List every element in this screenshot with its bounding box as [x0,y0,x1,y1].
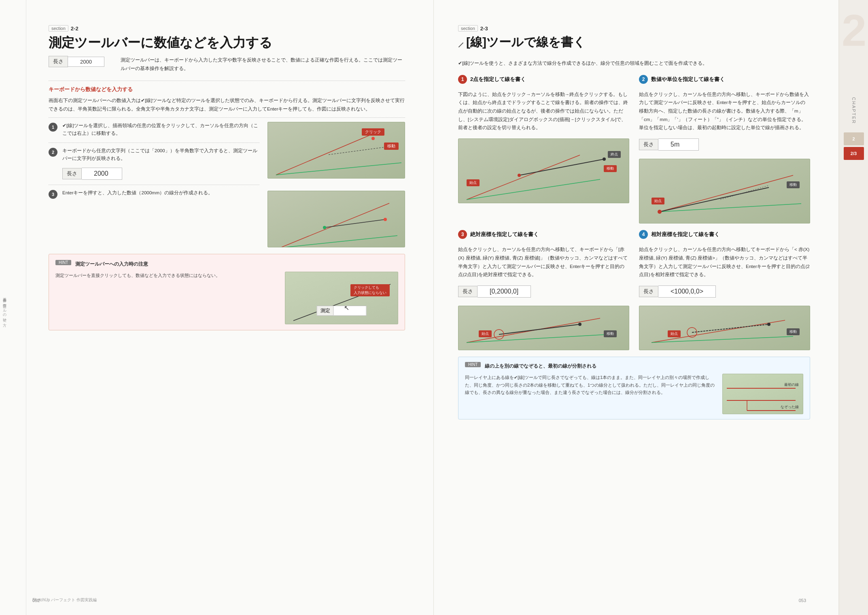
sub-body-1: 下図のように、始点をクリック→カーソルを移動→終点をクリックする。もしくは、始点… [458,90,629,132]
hint-label: HINT [55,260,71,265]
svg-line-16 [660,204,801,212]
hint-body-right: 同一レイヤ上にある線を✔[線]ツールで同じ長さでなぞっても、線は1本のまま。また… [465,374,716,396]
step-divider-2 [49,185,259,185]
subsection-3: 3 絶対座標を指定して線を書く 始点をクリックし、カーソルを任意の方向へ移動して… [458,230,629,350]
measure-label: 長さ [49,56,68,67]
cursor-icon: ↖ [344,304,349,312]
keyboard-body: 画面右下の測定ツールバーへの数値入力は✔[線]ツールなど特定のツールを選択した状… [49,96,405,113]
line-tool-icon [458,42,464,48]
badge-start-1: 始点 [467,179,480,186]
section-badge: section 2-2 [49,25,79,32]
sub4-mlabel: 長さ [639,286,658,297]
divider-1 [49,81,405,81]
right-section-title: [線]ツールで線を書く [466,35,586,49]
svg-line-1 [276,163,401,175]
svg-point-8 [384,218,387,221]
sub-body-2: 始点をクリックし、カーソルを任意の方向へ移動し、キーボードから数値を入力して測定… [639,90,810,132]
section-label: section [49,25,68,32]
footer-text: SketchUp パーフェクト 作図実践編 [32,597,97,603]
sub-title-4: 相対座標を指定して線を書く [651,231,719,238]
intro-text: 測定ツールバーは、キーボードから入力した文字や数字を反映させることで、数値による… [121,56,405,72]
sub-section-2-header: 2 数値や単位を指定して線を書く [639,75,810,84]
sub3-mlabel: 長さ [458,286,478,297]
right-section-badge: section 2-3 [458,25,488,32]
sub-section-3-header: 3 絶対座標を指定して線を書く [458,230,629,239]
sub2-measure: 長さ 5m [639,138,810,151]
sub2-mlabel: 長さ [639,139,658,150]
badge-start-4: 始点 [668,330,681,337]
screenshots-col: クリック 移動 [267,122,405,247]
steps-container: 1 ✔[線]ツールを選択し、描画領域の任意の位置をクリックして、カーソルを任意の… [49,122,259,247]
svg-line-26 [652,336,793,343]
step-2-text: キーボードから任意の文字列（ここでは「2000」）を半角数字で入力すると、測定ツ… [62,147,259,163]
header-row: 長さ 2000 測定ツールバーは、キーボードから入力した文字や数字を反映させるこ… [49,56,405,72]
hint-body: 測定ツールバーを直接クリックしても、数値などを入力できる状態にはならない。 [55,272,277,279]
left-page: 基本操作と作図ツールの使い方 section 2-2 測定ツールバーに数値などを… [0,0,434,615]
sub-section-1-header: 1 2点を指定して線を書く [458,75,629,84]
chapter-box-2: 2/3 [844,147,864,160]
section-title: 測定ツールバーに数値などを入力する [49,35,405,50]
svg-line-0 [276,130,381,175]
step-divider-1 [49,143,259,143]
svg-line-19 [720,185,769,200]
right-page: section 2-3 [線]ツールで線を書く ✔[線]ツールを使うと、さまざま… [434,0,838,615]
sub-body-3: 始点をクリックし、カーソルを任意の方向へ移動して、キーボードから「[赤(X) 座… [458,245,629,279]
hint-label-right: HINT [465,362,481,367]
screenshot-sub4: 始点 移動 [639,306,810,350]
svg-line-22 [499,324,580,334]
hint-measure: 測定 [317,306,367,316]
badge-move-3: 移動 [604,330,617,337]
badge-move-2: 移動 [787,181,800,188]
step2-measure-label: 長さ [62,168,82,179]
subsections-grid-2: 3 絶対座標を指定して線を書く 始点をクリックし、カーソルを任意の方向へ移動して… [458,230,810,350]
screenshot-sub1: 始点 終点 移動 [458,138,629,203]
svg-line-11 [467,179,600,200]
hint-measure-label: 測定 [317,306,334,316]
page-num-right: 053 [799,598,806,603]
section-num: 2-2 [71,26,79,32]
chapter-boxes: 2 2/3 [844,132,864,160]
screenshot-sub2: 始点 移動 [639,159,810,223]
num-4: 4 [639,230,648,239]
subsection-2: 2 数値や単位を指定して線を書く 始点をクリックし、カーソルを任意の方向へ移動し… [639,75,810,223]
svg-line-15 [660,175,793,212]
measure-bar: 長さ 2000 [49,56,104,67]
screenshot-3 [267,191,405,247]
svg-point-14 [603,157,606,161]
num-2: 2 [639,75,648,84]
svg-line-5 [280,236,397,247]
hint-title: 測定ツールバーへの入力時の注意 [75,261,148,268]
hint-box-right: HINT 線の上を別の線でなぞると、最初の線が分割される 同一レイヤ上にある線を… [458,357,810,419]
hint-row: 同一レイヤ上にある線を✔[線]ツールで同じ長さでなぞっても、線は1本のまま。また… [465,374,803,414]
svg-line-27 [692,324,769,332]
svg-line-12 [519,159,604,175]
badge-start-3: 始点 [479,330,492,337]
sidebar-vertical-text: 基本操作と作図ツールの使い方 [2,295,7,321]
hint-img-label-2: なぞった線 [781,404,799,410]
svg-line-2 [329,147,389,155]
sub3-mvalue: [0,2000,0] [478,285,531,298]
measure-value: 2000 [68,57,104,67]
badge-move-4: 移動 [787,328,800,335]
subsection-4: 4 相対座標を指定して線を書く 始点をクリックし、カーソルを任意の方向へ移動して… [639,230,810,350]
chapter-label: chapter [851,97,856,124]
sub4-measure: 長さ <1000,0,0> [639,285,810,298]
hint-title-right: 線の上を別の線でなぞると、最初の線が分割される [485,363,596,370]
step-3-text: Enterキーを押すと、入力した数値（2000mm）の線分が作成される。 [62,189,259,197]
right-section-label: section [458,25,478,32]
svg-line-6 [325,219,385,228]
svg-line-10 [467,155,580,200]
svg-line-4 [280,203,389,247]
badge-move-1: 移動 [384,143,399,150]
divider-2 [49,117,405,118]
svg-point-13 [518,174,521,177]
chapter-box-1: 2 [844,132,864,145]
step-1-text: ✔[線]ツールを選択し、描画領域の任意の位置をクリックして、カーソルを任意の方向… [62,122,259,138]
step-3-num: 3 [49,190,57,199]
svg-point-29 [767,323,770,326]
hint-img-label-1: 最初の線 [784,382,799,387]
badge-click: クリック [362,128,384,136]
left-decoration [22,0,26,615]
right-intro: ✔[線]ツールを使うと、さまざまな方法で線分を作成できるほか、線分で任意の領域を… [458,59,810,68]
sub-section-4-header: 4 相対座標を指定して線を書く [639,230,810,239]
